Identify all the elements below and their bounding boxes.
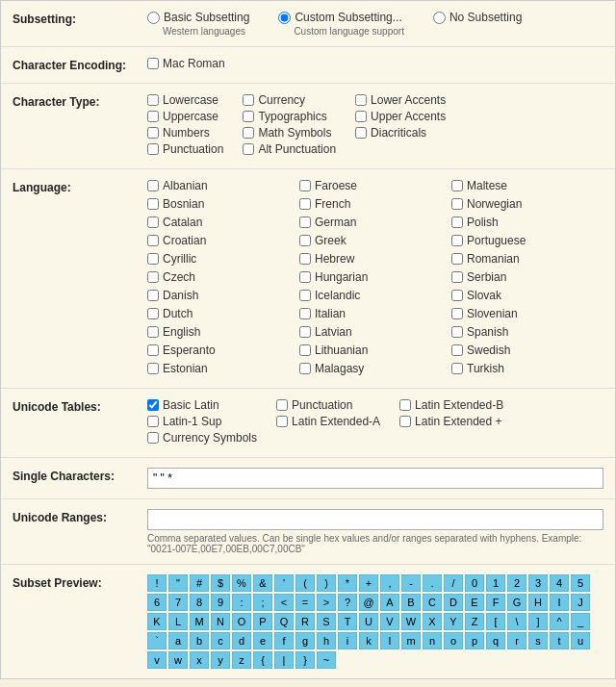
mac-roman-checkbox[interactable] [147, 58, 159, 69]
preview-cell: @ [359, 594, 378, 611]
unicode-tables-label: Unicode Tables: [13, 398, 147, 414]
subsetting-custom-radio[interactable] [278, 12, 291, 24]
char-alt-punct-cb[interactable] [243, 143, 254, 155]
lang-albanian-cb[interactable] [147, 180, 159, 191]
language-grid: AlbanianFaroeseMalteseBosnianFrenchNorwe… [147, 179, 603, 378]
unicode-latin-ext-b-cb[interactable] [399, 399, 411, 411]
char-punctuation-cb[interactable] [147, 143, 159, 155]
character-encoding-row: Character Encoding: Mac Roman [1, 47, 615, 84]
char-lower-accents-cb[interactable] [355, 94, 367, 106]
preview-cell: C [423, 594, 442, 611]
single-characters-input[interactable] [147, 468, 603, 489]
lang-dutch-cb[interactable] [147, 308, 159, 319]
preview-cell: I [550, 594, 569, 611]
lang-cyrillic-cb[interactable] [147, 253, 159, 265]
preview-cell: \ [507, 613, 526, 630]
language-item: Hebrew [299, 252, 451, 266]
preview-cell: E [465, 594, 484, 611]
preview-cell: + [359, 574, 378, 592]
char-uppercase-cb[interactable] [147, 111, 159, 122]
char-currency-cb[interactable] [243, 94, 254, 106]
lang-slovenian-cb[interactable] [451, 308, 463, 319]
lang-english-cb[interactable] [147, 326, 159, 338]
lang-faroese-lbl: Faroese [315, 179, 357, 192]
lang-malagasy-lbl: Malagasy [315, 362, 364, 375]
char-type-col-1: Lowercase Uppercase Numbers Punctuation [147, 93, 223, 159]
language-item: Faroese [299, 179, 451, 192]
lang-turkish-lbl: Turkish [467, 362, 504, 375]
preview-cell: Y [444, 613, 463, 630]
preview-cell: i [338, 632, 357, 649]
lang-hungarian-cb[interactable] [299, 271, 311, 283]
unicode-latin1sup-cb[interactable] [147, 416, 159, 427]
subsetting-none-radio[interactable] [433, 12, 446, 24]
unicode-basic-latin-cb[interactable] [147, 399, 159, 411]
preview-cell: l [380, 632, 399, 649]
lang-danish-cb[interactable] [147, 290, 159, 301]
char-upper-accents-cb[interactable] [355, 111, 367, 122]
char-lowercase-cb[interactable] [147, 94, 159, 106]
lang-portuguese-cb[interactable] [451, 235, 463, 246]
lang-faroese-cb[interactable] [299, 180, 311, 191]
unicode-col-2: Punctuation Latin Extended-A [276, 398, 380, 447]
lang-malagasy-cb[interactable] [299, 363, 311, 374]
lang-lithuanian-cb[interactable] [299, 344, 311, 356]
char-diacriticals-cb[interactable] [355, 127, 367, 139]
preview-cell: o [444, 632, 463, 649]
subsetting-row: Subsetting: Basic Subsetting Western lan… [1, 1, 615, 47]
subsetting-basic-radio[interactable] [147, 12, 160, 24]
char-typographics-lbl: Typographics [258, 110, 326, 123]
subset-preview-row: Subset Preview: !"#$%&'()*+,-./012345678… [1, 565, 615, 678]
lang-serbian-cb[interactable] [451, 271, 463, 283]
lang-croatian-cb[interactable] [147, 235, 159, 246]
lang-greek-cb[interactable] [299, 235, 311, 246]
lang-italian-cb[interactable] [299, 308, 311, 319]
preview-cell: 9 [211, 594, 230, 611]
preview-cell: # [190, 574, 209, 592]
lang-italian-lbl: Italian [315, 307, 346, 320]
lang-maltese-cb[interactable] [451, 180, 463, 191]
lang-slovak-cb[interactable] [451, 290, 463, 301]
lang-catalan-cb[interactable] [147, 216, 159, 228]
unicode-punctuation: Punctuation [276, 398, 380, 412]
preview-cell: * [338, 574, 357, 592]
preview-cell: ' [274, 574, 294, 592]
lang-romanian-cb[interactable] [451, 253, 463, 265]
language-item: Polish [451, 216, 603, 229]
unicode-latin-ext-plus-cb[interactable] [399, 416, 411, 427]
lang-turkish-cb[interactable] [451, 363, 463, 374]
lang-esperanto-cb[interactable] [147, 344, 159, 356]
language-item: Bosnian [147, 197, 299, 211]
lang-hungarian-lbl: Hungarian [315, 270, 368, 284]
char-typographics-cb[interactable] [243, 111, 254, 122]
lang-spanish-cb[interactable] [451, 326, 463, 338]
preview-cell: / [444, 574, 463, 592]
unicode-basic-latin-lbl: Basic Latin [163, 398, 219, 412]
unicode-ranges-content: Comma separated values. Can be single he… [147, 509, 603, 554]
lang-bosnian-cb[interactable] [147, 198, 159, 210]
lang-latvian-cb[interactable] [299, 326, 311, 338]
character-type-label: Character Type: [13, 93, 147, 109]
char-math-cb[interactable] [243, 127, 254, 139]
lang-icelandic-cb[interactable] [299, 290, 311, 301]
unicode-ranges-input[interactable] [147, 509, 603, 530]
language-item: Lithuanian [299, 344, 451, 357]
preview-cell: _ [571, 613, 590, 630]
lang-norwegian-cb[interactable] [451, 198, 463, 210]
lang-french-cb[interactable] [299, 198, 311, 210]
lang-czech-cb[interactable] [147, 271, 159, 283]
unicode-currency-symbols-cb[interactable] [147, 432, 159, 444]
lang-swedish-cb[interactable] [451, 344, 463, 356]
unicode-latin-ext-a-cb[interactable] [276, 416, 288, 427]
lang-hebrew-cb[interactable] [299, 253, 311, 265]
single-characters-content [147, 468, 603, 489]
language-item: Slovenian [451, 307, 603, 320]
char-numbers-cb[interactable] [147, 127, 159, 139]
lang-german-cb[interactable] [299, 216, 311, 228]
lang-estonian-cb[interactable] [147, 363, 159, 374]
mac-roman-item: Mac Roman [147, 57, 603, 70]
lang-polish-cb[interactable] [451, 216, 463, 228]
preview-cell: 6 [147, 594, 167, 611]
unicode-punctuation-cb[interactable] [276, 399, 288, 411]
language-item: Maltese [451, 179, 603, 192]
